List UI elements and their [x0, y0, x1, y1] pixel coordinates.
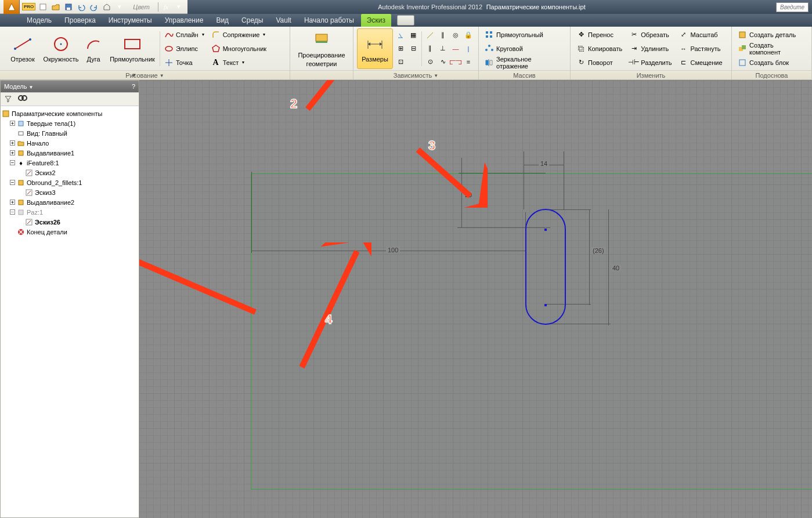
tree-extrude2[interactable]: +Выдавливание2 — [2, 197, 138, 207]
tree-end[interactable]: Конец детали — [2, 227, 138, 237]
concentric-icon[interactable]: ◎ — [449, 29, 462, 42]
circle-button[interactable]: Окружность — [42, 28, 80, 69]
circ-pattern-button[interactable]: Круговой — [482, 42, 566, 55]
horizontal-icon[interactable]: — — [449, 42, 462, 55]
menu-model[interactable]: Модель — [21, 14, 57, 27]
tree-solids[interactable]: +Твердые тела(1) — [2, 118, 138, 128]
perpendicular-icon[interactable]: ⊥ — [436, 42, 449, 55]
constraint-infer-icon[interactable]: ⊡ — [394, 56, 407, 68]
extend-button[interactable]: ⇥Удлинить — [627, 42, 674, 55]
menu-check[interactable]: Проверка — [59, 14, 102, 27]
menu-sketch[interactable]: Эскиз — [361, 14, 391, 27]
menu-start[interactable]: Начало работы — [298, 14, 360, 27]
polygon-button[interactable]: Многоугольник — [209, 42, 269, 55]
constraint-toggle-icon[interactable]: ⊟ — [407, 42, 420, 55]
equal-icon[interactable]: = — [462, 56, 475, 68]
redo-icon[interactable] — [89, 2, 99, 12]
fx-button[interactable]: fx — [161, 2, 171, 12]
tree-obround[interactable]: −Obround_2_fillets:1 — [2, 178, 138, 187]
rotate-button[interactable]: ↻Поворот — [574, 56, 625, 69]
tangent-icon[interactable]: ⊙ — [424, 56, 436, 68]
tree-view[interactable]: Вид: Главный — [2, 128, 138, 138]
scale-button[interactable]: ⤢Масштаб — [677, 28, 725, 41]
stretch-button[interactable]: ↔Растянуть — [677, 42, 725, 55]
ribbon-mini-toolbar[interactable] — [397, 15, 414, 26]
find-icon[interactable] — [18, 95, 27, 104]
spline-icon — [164, 30, 174, 39]
collinear-icon[interactable]: ∥ — [436, 29, 449, 42]
symmetric-icon[interactable]: ⫍⫎ — [449, 56, 462, 68]
ifeature-icon: ♦ — [17, 159, 25, 167]
dim-26-value[interactable]: (26) — [591, 247, 606, 254]
save-icon[interactable] — [63, 2, 74, 12]
constraint-show-icon[interactable]: ▦ — [407, 29, 420, 42]
coincident-icon[interactable] — [424, 29, 436, 42]
tree-root[interactable]: Параматрические компоненты — [2, 108, 138, 118]
create-part-button[interactable]: Создать деталь — [735, 28, 808, 41]
line-button[interactable]: Отрезок — [3, 28, 42, 69]
svg-rect-35 — [19, 151, 23, 155]
point-button[interactable]: Точка — [162, 56, 207, 69]
close-icon[interactable]: × — [131, 73, 138, 79]
tree-origin[interactable]: +Начало — [2, 138, 138, 148]
svg-rect-33 — [19, 121, 23, 126]
help-icon[interactable]: ? — [132, 83, 135, 90]
split-button[interactable]: ⊣⊢Разделить — [627, 56, 674, 69]
select-icon[interactable]: ▾ — [114, 2, 125, 12]
smooth-icon[interactable]: ∿ — [436, 56, 449, 68]
menu-tools[interactable]: Инструменты — [103, 14, 158, 27]
create-component-button[interactable]: Создать компонент — [735, 42, 808, 55]
dim-20-value[interactable]: 20 — [463, 191, 474, 198]
parallel-icon[interactable]: ∥ — [424, 42, 436, 55]
sketch-canvas[interactable]: 100 20 14 (26) 40 1 2 3 4 — [139, 80, 812, 518]
project-geometry-button[interactable]: Проецированиегеометрии — [294, 28, 349, 69]
dimension-button[interactable]: Размеры — [357, 28, 393, 69]
qat-dropdown-icon[interactable]: ▾ — [174, 2, 184, 12]
fillet-button[interactable]: Сопряжение▾ — [209, 28, 269, 41]
menu-env[interactable]: Среды — [236, 14, 269, 27]
move-button[interactable]: ✥Перенос — [574, 28, 625, 41]
svg-point-24 — [491, 49, 493, 51]
offset-button[interactable]: ⊏Смещение — [677, 56, 725, 69]
mirror-button[interactable]: Зеркальное отражение — [482, 56, 566, 69]
rectangle-button[interactable]: Прямоугольник — [107, 28, 158, 69]
dim-20-ext-top — [459, 173, 546, 173]
trim-button[interactable]: ✂Обрезать — [627, 28, 674, 41]
menu-view[interactable]: Вид — [210, 14, 234, 27]
trim-icon: ✂ — [629, 30, 638, 39]
menu-manage[interactable]: Управление — [159, 14, 210, 27]
create-block-button[interactable]: Создать блок — [735, 56, 808, 69]
svg-point-4 — [14, 48, 16, 50]
fix-icon[interactable]: 🔒 — [462, 29, 475, 42]
filter-icon[interactable] — [4, 95, 12, 104]
rect-pattern-button[interactable]: Прямоугольный — [482, 28, 566, 41]
app-icon[interactable] — [3, 0, 20, 14]
text-button[interactable]: AТекст▾ — [209, 56, 269, 69]
home-icon[interactable] — [102, 2, 112, 12]
ellipse-button[interactable]: Эллипс — [162, 42, 207, 55]
tree-sketch26[interactable]: Эскиз26 — [2, 217, 138, 227]
tree-paz[interactable]: −Paz:1 — [2, 207, 138, 217]
vertical-icon[interactable]: | — [462, 42, 475, 55]
arc-button[interactable]: Дуга — [80, 28, 107, 69]
dim-40-line — [608, 209, 609, 325]
auto-dim-icon[interactable] — [394, 29, 407, 42]
spline-button[interactable]: Сплайн▾ — [162, 28, 207, 41]
dim-100-value[interactable]: 100 — [386, 247, 400, 253]
open-icon[interactable] — [50, 2, 61, 12]
constraint-settings-icon[interactable]: ⊞ — [394, 42, 407, 55]
tree-extrude1[interactable]: +Выдавливание1 — [2, 148, 138, 158]
dim-40-value[interactable]: 40 — [611, 265, 621, 271]
tree-sketch2[interactable]: Эскиз2 — [2, 168, 138, 178]
tree-sketch3[interactable]: Эскиз3 — [2, 187, 138, 197]
new-icon[interactable] — [38, 2, 48, 12]
tree-ifeature[interactable]: −♦iFeature8:1 — [2, 158, 138, 168]
copy-button[interactable]: ⿻Копировать — [574, 42, 625, 55]
dim-14-value[interactable]: 14 — [539, 160, 549, 167]
undo-icon[interactable] — [76, 2, 86, 12]
obround-shape[interactable] — [525, 209, 566, 325]
menu-vault[interactable]: Vault — [270, 14, 297, 27]
svg-rect-42 — [19, 210, 23, 215]
search-input[interactable] — [776, 2, 809, 12]
extrude-icon — [17, 198, 25, 207]
